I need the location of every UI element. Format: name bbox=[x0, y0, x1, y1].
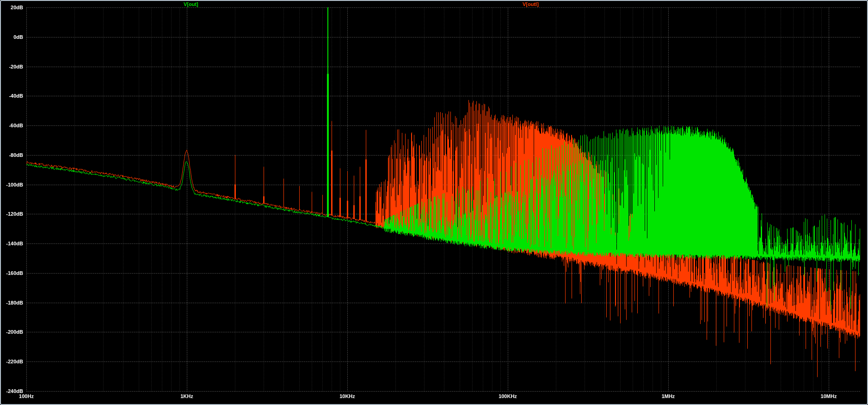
y-axis-tick-label: -160dB bbox=[1, 270, 23, 276]
plot-window: V[out]V[outl] 20dB0dB-20dB-40dB-60dB-80d… bbox=[0, 0, 868, 405]
y-axis-tick-label: -100dB bbox=[1, 182, 23, 187]
y-axis-tick-label: -180dB bbox=[1, 300, 23, 305]
y-axis-tick-label: -40dB bbox=[1, 93, 23, 99]
y-axis-tick-label: 20dB bbox=[1, 5, 23, 10]
y-axis-tick-label: -140dB bbox=[1, 241, 23, 246]
x-axis-tick-label: 10KHz bbox=[339, 393, 355, 399]
trace-label[interactable]: V[outl] bbox=[523, 1, 539, 7]
y-axis-tick-label: -60dB bbox=[1, 123, 23, 128]
y-axis-tick-label: -200dB bbox=[1, 329, 23, 335]
y-axis-tick-label: -20dB bbox=[1, 64, 23, 69]
y-axis-tick-label: -80dB bbox=[1, 152, 23, 158]
fft-plot-area[interactable] bbox=[1, 1, 867, 404]
x-axis-tick-label: 1MHz bbox=[662, 393, 675, 399]
x-axis-tick-label: 1KHz bbox=[180, 393, 193, 399]
x-axis-tick-label: 10MHz bbox=[821, 393, 837, 399]
x-axis-tick-label: 100Hz bbox=[19, 393, 34, 399]
y-axis-tick-label: -120dB bbox=[1, 211, 23, 217]
y-axis-tick-label: 0dB bbox=[1, 34, 23, 40]
trace-label[interactable]: V[out] bbox=[184, 1, 198, 7]
x-axis-tick-label: 100KHz bbox=[499, 393, 517, 399]
y-axis-tick-label: -220dB bbox=[1, 359, 23, 364]
